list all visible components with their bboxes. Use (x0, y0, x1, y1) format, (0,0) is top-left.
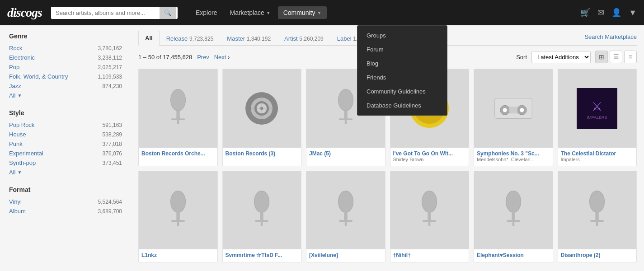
genre-electronic-link[interactable]: Electronic (9, 54, 35, 61)
format-album-link[interactable]: Album (9, 208, 26, 215)
svg-point-41 (422, 191, 437, 213)
tab-release[interactable]: Release 9,723,825 (160, 31, 221, 46)
sort-select[interactable]: Latest Additions (531, 51, 591, 63)
sidebar-genre-section: Genre Rock 3,780,162 Electronic 3,238,11… (9, 33, 122, 100)
style-punk-link[interactable]: Punk (9, 140, 23, 147)
caret-icon[interactable]: ▼ (629, 8, 637, 18)
grid-title: Svmmrtime ☆TtsD F... (226, 252, 299, 258)
svg-point-49 (590, 191, 605, 213)
grid-info: Boston Records (3) (223, 148, 301, 160)
grid-info: Symphonies No. 3 "Sc... Mendelssohn*, Cl… (474, 148, 553, 166)
dropdown-groups[interactable]: Groups (357, 28, 447, 42)
table-row[interactable]: [Xviilelune] (306, 171, 385, 263)
grid-title: [Xviilelune] (309, 252, 382, 258)
header-right: 🛒 ✉ 👤 ▼ (580, 8, 637, 18)
table-row[interactable]: Disanthrope (2) (558, 171, 637, 263)
grid-title: The Celestial Dictator (561, 150, 634, 157)
svg-rect-14 (345, 120, 347, 124)
grid-info: The Celestial Dictator Impalers (558, 148, 637, 166)
format-vinyl-link[interactable]: Vinyl (9, 198, 22, 205)
svg-rect-43 (423, 220, 436, 222)
table-row[interactable]: ⚔ IMPALERS The Celestial Dictator Impale… (558, 69, 637, 166)
dropdown-forum[interactable]: Forum (357, 42, 447, 56)
svg-rect-42 (428, 212, 431, 221)
svg-rect-31 (171, 220, 185, 222)
list-item: Experimental 376,076 (9, 149, 122, 158)
genre-jazz-link[interactable]: Jazz (9, 83, 21, 89)
dropdown-friends[interactable]: Friends (357, 70, 447, 84)
svg-rect-47 (507, 220, 520, 222)
grid-thumbnail (306, 171, 385, 250)
table-row[interactable]: Svmmrtime ☆TtsD F... (222, 171, 302, 263)
table-row[interactable]: Symphonies No. 3 "Sc... Mendelssohn*, Cl… (474, 69, 553, 166)
nav-marketplace[interactable]: Marketplace ▼ (224, 6, 276, 19)
header: discogs 🔍 Explore Marketplace ▼ Communit… (0, 0, 644, 25)
format-vinyl-count: 5,524,564 (98, 199, 122, 205)
genre-all-link[interactable]: All (9, 92, 15, 99)
cart-icon[interactable]: 🛒 (580, 8, 590, 18)
grid-thumbnail (223, 171, 301, 250)
search-button[interactable]: 🔍 (160, 7, 176, 19)
grid-view-icon[interactable]: ⊞ (595, 51, 608, 63)
svg-rect-39 (339, 220, 353, 222)
prev-link[interactable]: Prev (197, 54, 209, 61)
grid-subtitle: Mendelssohn*, Clevelan... (477, 157, 550, 162)
table-row[interactable]: Boston Records (3) (222, 69, 302, 166)
genre-folk-link[interactable]: Folk, World, & Country (9, 73, 68, 80)
grid-thumbnail (139, 69, 217, 148)
grid-thumbnail (223, 69, 301, 148)
style-title: Style (9, 109, 122, 117)
dropdown-blog[interactable]: Blog (357, 56, 447, 70)
grid-thumbnail (139, 171, 217, 250)
style-house-link[interactable]: House (9, 131, 26, 138)
style-synthpop-link[interactable]: Synth-pop (9, 159, 36, 166)
grid-title: JMac (5) (309, 150, 382, 157)
svg-rect-34 (260, 212, 263, 221)
chevron-down-icon: ▼ (17, 93, 22, 98)
marketplace-search-link[interactable]: Search Marketplace (584, 33, 637, 40)
dropdown-community-guidelines[interactable]: Community Guidelines (357, 84, 447, 98)
genre-electronic-count: 3,238,112 (98, 55, 122, 61)
svg-rect-32 (177, 222, 179, 226)
list-item: Synth-pop 373,451 (9, 158, 122, 168)
search-input[interactable] (51, 7, 160, 19)
mail-icon[interactable]: ✉ (597, 8, 604, 18)
list-view-icon[interactable]: ☰ (610, 51, 622, 63)
format-title: Format (9, 186, 122, 193)
tab-artist[interactable]: Artist 5,260,209 (277, 31, 330, 46)
genre-rock-link[interactable]: Rock (9, 45, 23, 51)
table-row[interactable]: Elephant♥Session (474, 171, 553, 263)
style-all-link[interactable]: All (9, 169, 15, 176)
pagination-info: 1 – 50 of 17,455,628 Prev Next › (138, 54, 230, 61)
table-row[interactable]: †Nihil† (390, 171, 470, 263)
grid-info: Disanthrope (2) (558, 249, 637, 262)
style-experimental-count: 376,076 (103, 150, 122, 157)
svg-point-24 (520, 108, 524, 112)
style-experimental-link[interactable]: Experimental (9, 150, 43, 157)
svg-text:IMPALERS: IMPALERS (587, 115, 607, 119)
tab-master[interactable]: Master 1,340,192 (220, 31, 277, 46)
list-item: Folk, World, & Country 1,109,533 (9, 72, 122, 81)
style-poprock-link[interactable]: Pop Rock (9, 121, 34, 128)
genre-rock-count: 3,780,162 (98, 45, 122, 51)
genre-pop-count: 2,025,217 (98, 64, 122, 70)
dropdown-database-guidelines[interactable]: Database Guidelines (357, 98, 447, 112)
svg-rect-52 (596, 222, 598, 226)
genre-pop-link[interactable]: Pop (9, 64, 19, 70)
tab-all[interactable]: All (138, 31, 160, 46)
marketplace-arrow: ▼ (266, 10, 271, 15)
compact-view-icon[interactable]: ≡ (624, 51, 637, 63)
list-item: Electronic 3,238,112 (9, 53, 122, 62)
user-icon[interactable]: 👤 (611, 8, 621, 18)
nav-explore[interactable]: Explore (190, 6, 222, 19)
chevron-down-icon: ▼ (17, 170, 22, 175)
grid-thumbnail (390, 171, 469, 250)
table-row[interactable]: Boston Records Orche... (138, 69, 218, 166)
svg-rect-12 (344, 111, 347, 119)
grid-thumbnail: ⚔ IMPALERS (558, 69, 637, 148)
next-link[interactable]: Next (214, 54, 226, 61)
table-row[interactable]: L1nkz (138, 171, 218, 263)
svg-rect-51 (590, 220, 604, 222)
svg-rect-44 (428, 222, 430, 226)
nav-community[interactable]: Community ▼ (278, 6, 327, 19)
